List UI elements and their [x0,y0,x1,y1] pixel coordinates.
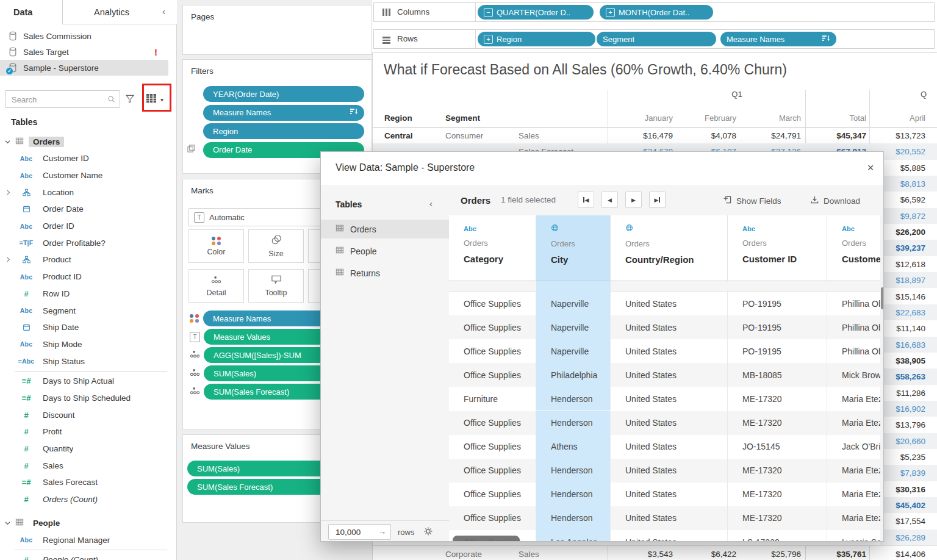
field-item[interactable]: #Quantity [0,440,176,458]
cell-customer[interactable]: Phillina Ob [827,339,881,363]
last-page-button[interactable]: ▶ [649,192,666,208]
sheet-value[interactable]: $35,761 [799,550,866,559]
datasource-item[interactable]: Sales Commission [0,28,168,44]
field-item[interactable]: AbcOrder ID [0,218,176,235]
show-fields-button[interactable]: Show Fields [723,195,781,206]
cell-category[interactable]: Office Supplies [449,411,536,435]
cell-country-region[interactable]: United States [611,530,728,542]
sheet-value[interactable]: $3,543 [606,550,673,559]
cell-customer[interactable]: Phillina Ob [827,315,881,339]
cell-city[interactable]: Henderson [536,387,611,411]
table-row[interactable]: Office SuppliesAthensUnited StatesJO-151… [449,435,881,459]
cell-customer[interactable]: Jack O'Bria [827,435,881,459]
cell-city[interactable]: Los Angeles [536,530,611,542]
marks-pill[interactable]: AGG(SUM([Sales])-SUM [204,347,338,363]
column-header-category[interactable]: AbcOrdersCategory [449,215,536,281]
table-group-people[interactable]: People [0,515,176,531]
cell-category[interactable]: Furniture [449,387,536,411]
cell-city[interactable]: Henderson [536,483,611,506]
cell-city[interactable]: Naperville [536,339,611,363]
shelf-pill[interactable]: Measure Names [720,32,836,46]
cell-customer-id[interactable]: ME-17320 [728,483,827,506]
mark-button-size[interactable]: Size [248,229,304,263]
sheet-value[interactable]: $24,791 [734,131,801,140]
next-page-button[interactable]: ▶ [625,192,642,208]
filter-funnel-icon[interactable] [125,94,135,105]
table-row[interactable]: Office SuppliesNapervilleUnited StatesPO… [449,292,881,315]
cell-country-region[interactable]: United States [611,459,728,483]
field-item[interactable]: #Orders (Count) [0,491,176,508]
datasource-item[interactable]: Sales Target! [0,44,168,60]
cell-customer-id[interactable]: PO-19195 [728,315,827,339]
shelf-pill[interactable]: Segment [597,32,716,46]
cell-country-region[interactable]: United States [611,315,728,339]
cell-customer[interactable]: Maria Etez [827,411,881,435]
field-item[interactable]: AbcCustomer Name [0,167,176,184]
row-limit-input[interactable] [334,527,373,537]
cell-country-region[interactable]: United States [611,387,728,411]
marks-pill[interactable]: Measure Names [203,311,337,326]
cell-customer-id[interactable]: PO-19195 [728,339,827,363]
field-item[interactable]: =T|FOrder Profitable? [0,234,176,251]
field-item[interactable]: AbcProduct ID [0,268,176,285]
sheet-value[interactable]: $13,723 [858,131,925,140]
cell-country-region[interactable]: United States [611,363,728,387]
chevron-down-icon[interactable] [5,519,10,528]
field-item[interactable]: Location [0,184,176,201]
tab-analytics[interactable]: Analytics [63,0,160,24]
cell-category[interactable]: Office Supplies [449,315,536,339]
table-row[interactable]: FurnitureHendersonUnited StatesME-17320M… [449,387,881,411]
column-header-city[interactable]: OrdersCity [536,215,611,281]
column-header-customer-id[interactable]: AbcOrdersCustomer ID [728,215,827,281]
mark-button-detail[interactable]: Detail [188,269,244,303]
field-item[interactable]: #Sales [0,457,176,474]
chevron-down-icon[interactable] [5,137,10,146]
cell-category[interactable]: Office Supplies [449,339,536,363]
field-item[interactable]: =#Sales Forecast [0,474,176,491]
field-expand-icon[interactable]: − [484,8,493,17]
cell-city[interactable]: Athens [536,435,611,459]
cell-city[interactable]: Naperville [536,292,611,315]
cell-customer[interactable]: Lycoris Sa [827,530,881,542]
cell-city[interactable]: Henderson [536,506,611,530]
filter-pill[interactable]: YEAR(Order Date) [203,86,364,102]
marks-pill[interactable]: SUM(Sales) [204,365,338,381]
download-button[interactable]: Download [810,195,860,206]
field-expand-icon[interactable]: + [484,35,493,44]
sheet-value[interactable]: $16,479 [606,131,673,140]
dialog-table-item-orders[interactable]: Orders [321,220,449,239]
cell-city[interactable]: Henderson [536,459,611,483]
cell-country-region[interactable]: United States [611,483,728,506]
pane-collapse-icon[interactable]: ‹ [162,6,165,16]
table-row[interactable]: Office SuppliesNapervilleUnited StatesPO… [449,315,881,339]
datasource-item[interactable]: ✓Sample - Superstore [0,60,168,76]
sheet-value[interactable]: $45,347 [799,131,866,140]
cell-customer[interactable]: Maria Etez [827,387,881,411]
cell-customer-id[interactable]: ME-17320 [728,387,827,411]
cell-customer-id[interactable]: LS-17230 [728,530,827,542]
field-item[interactable]: Product [0,251,176,268]
cell-city[interactable]: Henderson [536,411,611,435]
cell-category[interactable]: Office Supplies [449,459,536,483]
field-item[interactable]: AbcSegment [0,302,176,319]
dialog-table-item-returns[interactable]: Returns [321,264,449,282]
column-header-customer[interactable]: AbcOrdersCustomer [827,215,881,281]
marks-pill[interactable]: SUM(Sales Forecast) [204,384,338,400]
table-group-orders[interactable]: Orders [0,134,176,150]
scrollbar-track[interactable] [880,215,884,542]
cell-customer[interactable]: Maria Etez [827,506,881,530]
field-item[interactable]: AbcCustomer ID [0,150,176,167]
sheet-value[interactable]: $4,078 [669,131,736,140]
shelf-pill[interactable]: +MONTH(Order Dat.. [600,5,713,20]
cell-customer-id[interactable]: ME-17320 [728,506,827,530]
cell-customer-id[interactable]: ME-17320 [728,459,827,483]
filter-pill[interactable]: Measure Names [203,105,364,121]
cell-category[interactable]: Office Supplies [449,435,536,459]
tab-data[interactable]: Data [0,0,63,24]
scrollbar-thumb[interactable] [881,287,884,309]
table-row[interactable]: Office SuppliesNapervilleUnited StatesPO… [449,339,881,363]
close-icon[interactable]: × [863,160,878,176]
table-row[interactable]: Office SuppliesPhiladelphiaUnited States… [449,363,881,387]
rows-shelf[interactable]: Rows +RegionSegmentMeasure Names [373,29,935,49]
cell-category[interactable]: Office Supplies [449,506,536,530]
